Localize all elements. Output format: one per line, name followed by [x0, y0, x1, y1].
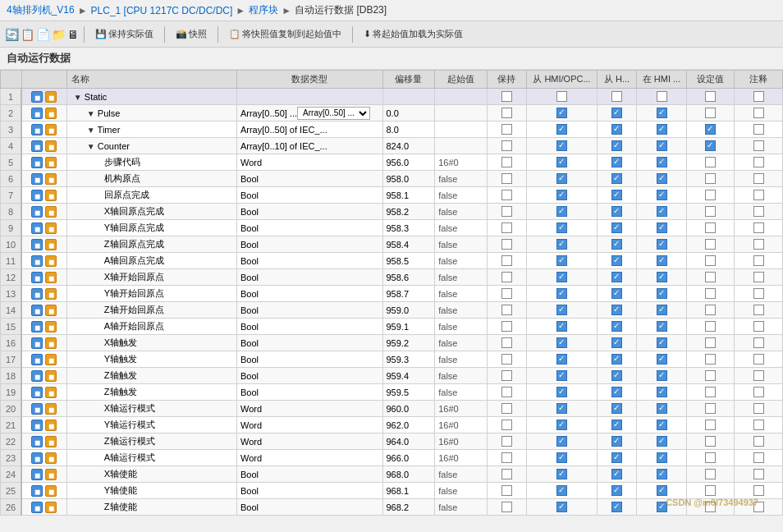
row-hmi3-cell[interactable] [636, 171, 686, 187]
retain-checkbox[interactable] [501, 108, 512, 118]
hmi2-checkbox[interactable] [611, 272, 622, 282]
row-hmi3-cell[interactable] [636, 499, 686, 516]
row-icons-cell[interactable]: ◼ ◼ [21, 368, 66, 384]
hmi1-checkbox[interactable] [556, 288, 567, 299]
retain-checkbox[interactable] [501, 140, 512, 151]
row-name-cell[interactable]: 步骤代码 [66, 154, 236, 171]
row-hmi1-cell[interactable] [526, 433, 597, 450]
row-hmi3-cell[interactable] [636, 187, 686, 204]
breadcrumb-item-3[interactable]: 程序块 [249, 3, 278, 17]
hmi3-checkbox[interactable] [657, 255, 667, 266]
hmi1-checkbox[interactable] [556, 206, 567, 217]
row-note-cell[interactable] [735, 499, 783, 516]
row-hmi3-cell[interactable] [636, 351, 686, 368]
retain-checkbox[interactable] [501, 239, 512, 250]
row-hmi1-cell[interactable] [526, 384, 597, 401]
row-setval-cell[interactable] [687, 384, 735, 401]
row-retain-cell[interactable] [488, 236, 527, 253]
row-note-cell[interactable] [735, 384, 783, 401]
hmi3-checkbox[interactable] [657, 305, 667, 315]
row-hmi2-cell[interactable] [598, 302, 637, 319]
row-hmi2-cell[interactable] [598, 351, 637, 368]
hmi3-checkbox[interactable] [657, 502, 667, 512]
row-note-cell[interactable] [735, 154, 783, 171]
row-retain-cell[interactable] [488, 368, 527, 384]
retain-checkbox[interactable] [501, 321, 512, 332]
setval-checkbox[interactable] [705, 485, 716, 496]
row-name-cell[interactable]: A轴运行模式 [66, 450, 236, 466]
note-checkbox[interactable] [753, 485, 764, 496]
row-note-cell[interactable] [735, 302, 783, 319]
row-retain-cell[interactable] [488, 319, 527, 335]
row-setval-cell[interactable] [687, 171, 735, 187]
row-note-cell[interactable] [735, 122, 783, 138]
retain-checkbox[interactable] [501, 403, 512, 414]
row-setval-cell[interactable] [687, 417, 735, 433]
hmi2-checkbox[interactable] [611, 469, 622, 479]
row-hmi1-cell[interactable] [526, 171, 597, 187]
row-note-cell[interactable] [735, 187, 783, 204]
retain-checkbox[interactable] [501, 485, 512, 496]
row-setval-cell[interactable] [687, 450, 735, 466]
row-setval-cell[interactable] [687, 368, 735, 384]
row-note-cell[interactable] [735, 286, 783, 302]
row-icons-cell[interactable]: ◼ ◼ [21, 433, 66, 450]
row-hmi3-cell[interactable] [636, 236, 686, 253]
setval-checkbox[interactable] [705, 108, 716, 118]
row-icons-cell[interactable]: ◼ ◼ [21, 319, 66, 335]
row-icons-cell[interactable]: ◼ ◼ [21, 401, 66, 417]
row-retain-cell[interactable] [488, 499, 527, 516]
row-retain-cell[interactable] [488, 335, 527, 351]
retain-checkbox[interactable] [501, 157, 512, 167]
row-note-cell[interactable] [735, 105, 783, 122]
row-name-cell[interactable]: X轴运行模式 [66, 401, 236, 417]
note-checkbox[interactable] [753, 206, 764, 217]
note-checkbox[interactable] [753, 91, 764, 102]
row-note-cell[interactable] [735, 433, 783, 450]
row-hmi2-cell[interactable] [598, 417, 637, 433]
hmi1-checkbox[interactable] [556, 272, 567, 282]
row-hmi2-cell[interactable] [598, 483, 637, 499]
row-retain-cell[interactable] [488, 351, 527, 368]
row-retain-cell[interactable] [488, 154, 527, 171]
note-checkbox[interactable] [753, 321, 764, 332]
row-hmi3-cell[interactable] [636, 466, 686, 483]
expand-arrow[interactable]: ▼ [87, 109, 95, 117]
row-hmi3-cell[interactable] [636, 483, 686, 499]
row-retain-cell[interactable] [488, 122, 527, 138]
hmi1-checkbox[interactable] [556, 173, 567, 184]
row-hmi3-cell[interactable] [636, 433, 686, 450]
retain-checkbox[interactable] [501, 91, 512, 102]
note-checkbox[interactable] [753, 370, 764, 381]
row-hmi2-cell[interactable] [598, 384, 637, 401]
row-name-cell[interactable]: Z轴运行模式 [66, 433, 236, 450]
row-setval-cell[interactable] [687, 499, 735, 516]
note-checkbox[interactable] [753, 502, 764, 512]
row-hmi1-cell[interactable] [526, 417, 597, 433]
row-note-cell[interactable] [735, 171, 783, 187]
hmi1-checkbox[interactable] [556, 485, 567, 496]
row-setval-cell[interactable] [687, 286, 735, 302]
hmi1-checkbox[interactable] [556, 157, 567, 167]
retain-checkbox[interactable] [501, 469, 512, 479]
note-checkbox[interactable] [753, 173, 764, 184]
hmi3-checkbox[interactable] [657, 173, 667, 184]
hmi2-checkbox[interactable] [611, 108, 622, 118]
row-name-cell[interactable]: ▼ Timer [66, 122, 236, 138]
setval-checkbox[interactable] [705, 272, 716, 282]
note-checkbox[interactable] [753, 436, 764, 447]
row-icons-cell[interactable]: ◼ ◼ [21, 302, 66, 319]
retain-checkbox[interactable] [501, 173, 512, 184]
hmi1-checkbox[interactable] [556, 255, 567, 266]
note-checkbox[interactable] [753, 452, 764, 463]
hmi2-checkbox[interactable] [611, 91, 622, 102]
hmi2-checkbox[interactable] [611, 436, 622, 447]
row-setval-cell[interactable] [687, 187, 735, 204]
row-hmi1-cell[interactable] [526, 466, 597, 483]
row-hmi3-cell[interactable] [636, 384, 686, 401]
row-retain-cell[interactable] [488, 450, 527, 466]
row-hmi1-cell[interactable] [526, 138, 597, 154]
setval-checkbox[interactable] [705, 321, 716, 332]
row-hmi2-cell[interactable] [598, 105, 637, 122]
row-icons-cell[interactable]: ◼ ◼ [21, 450, 66, 466]
